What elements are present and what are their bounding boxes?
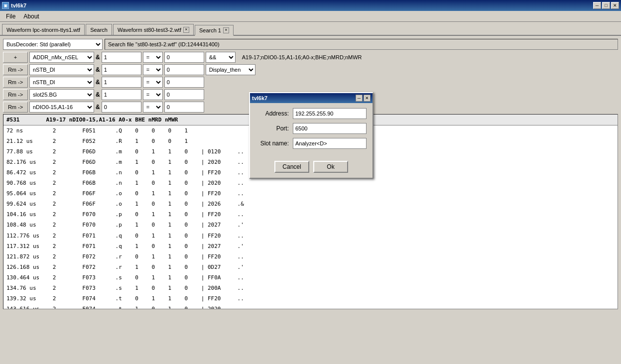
dialog-port-row: Port: [256,123,367,134]
dialog-title-text: tvl6k7 [252,95,267,101]
cancel-button[interactable]: Cancel [274,161,309,173]
dialog-address-row: Address: [256,108,367,119]
dialog-title-bar: tvl6k7 ─ ✕ [250,93,373,103]
slotname-label: Slot name: [256,140,289,147]
dialog-overlay: tvl6k7 ─ ✕ Address: Port: Slot name: Can… [0,0,621,364]
port-label: Port: [256,125,289,132]
dialog-close-button[interactable]: ✕ [364,95,371,102]
dialog-slotname-row: Slot name: [256,138,367,149]
address-input[interactable] [293,108,367,119]
ok-button[interactable]: Ok [313,161,348,173]
address-label: Address: [256,110,289,117]
port-input[interactable] [293,123,367,134]
dialog-min-button[interactable]: ─ [356,95,363,102]
dialog-buttons: Cancel Ok [250,158,373,178]
slotname-input[interactable] [293,138,367,149]
dialog-body: Address: Port: Slot name: [250,103,373,158]
dialog: tvl6k7 ─ ✕ Address: Port: Slot name: Can… [249,92,373,179]
